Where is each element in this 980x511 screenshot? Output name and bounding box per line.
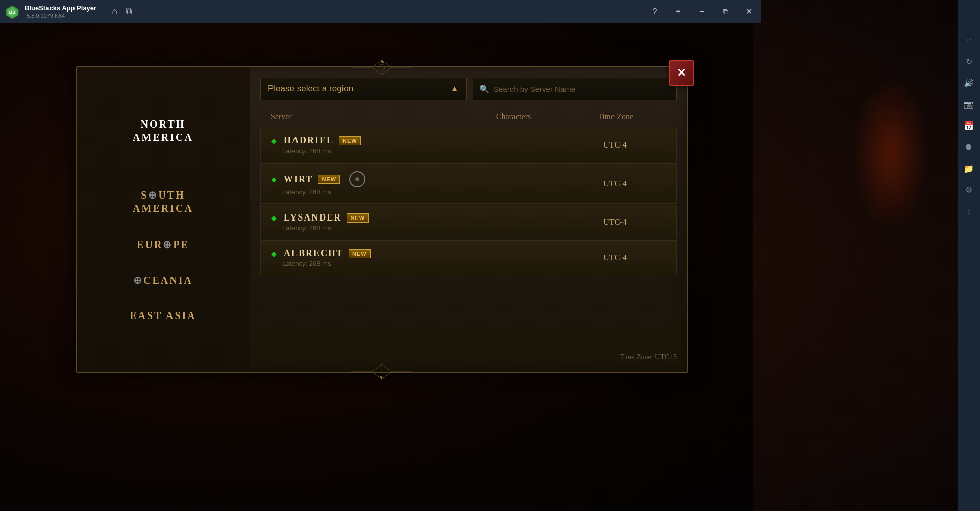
minimize-button[interactable]: − [690, 0, 714, 23]
sidebar-file-icon[interactable]: 📁 [960, 159, 978, 178]
sidebar-rotate-icon[interactable]: ↻ [960, 52, 978, 70]
server-latency: Latency: 268 ms [282, 147, 331, 155]
server-name-row: ◆ LYSANDER NEW [271, 212, 369, 223]
new-badge: NEW [339, 136, 361, 145]
sidebar-resize-icon[interactable]: ↕ [960, 202, 978, 221]
new-badge: NEW [347, 213, 369, 223]
server-name: ALBRECHT [284, 248, 344, 259]
timezone-footer: Time Zone: UTC+5 [260, 349, 677, 361]
search-input[interactable] [494, 85, 670, 93]
server-latency: Latency: 268 ms [282, 224, 331, 232]
app-version: 5.8.0.1079 N64 [27, 13, 96, 19]
window-controls: ? ≡ − ⧉ ✕ [643, 0, 761, 23]
region-dropdown-value: Please select a region [268, 84, 353, 94]
server-name-col: ◆ LYSANDER NEW Latency: 268 ms [271, 212, 462, 232]
titlebar: BS BlueStacks App Player 5.8.0.1079 N64 … [0, 0, 761, 23]
server-row-wirt[interactable]: ◆ WIRT NEW Latency: 268 ms UTC-4 [260, 163, 677, 204]
online-indicator: ◆ [271, 214, 277, 222]
server-name: WIRT [284, 174, 313, 185]
server-name-col: ◆ ALBRECHT NEW Latency: 268 ms [271, 248, 462, 267]
svg-marker-6 [381, 59, 384, 63]
server-row-albrecht[interactable]: ◆ ALBRECHT NEW Latency: 268 ms UTC-4 [260, 240, 677, 275]
target-reticle-icon [349, 171, 365, 187]
sidebar-macro-icon[interactable]: ⏺ [960, 138, 978, 156]
col-header-timezone: Time Zone [565, 112, 667, 121]
multi-instance-icon[interactable]: ⧉ [126, 6, 132, 17]
online-indicator: ◆ [271, 175, 277, 183]
region-oceania[interactable]: ⊕CEANIA [123, 270, 203, 290]
server-name: HADRIEL [284, 135, 334, 146]
sidebar-screenshot-icon[interactable]: 📷 [960, 95, 978, 113]
server-timezone: UTC-4 [564, 140, 666, 150]
new-badge: NEW [349, 249, 371, 258]
online-indicator: ◆ [271, 250, 277, 258]
table-header: Server Characters Time Zone [260, 108, 677, 126]
controls-row: Please select a region ▲ 🔍 [260, 78, 677, 100]
server-select-modal: ✕ NORTHAMERICA S⊕UTHAMERICA EUR⊕PE ⊕CEAN… [76, 66, 688, 373]
modal-main-content: Please select a region ▲ 🔍 Server Charac… [250, 67, 687, 372]
region-dropdown[interactable]: Please select a region ▲ [260, 78, 467, 100]
app-name: BlueStacks App Player [24, 4, 96, 12]
new-badge: NEW [318, 175, 340, 184]
region-europe[interactable]: EUR⊕PE [127, 234, 200, 255]
server-timezone: UTC-4 [564, 179, 666, 188]
server-name-row: ◆ ALBRECHT NEW [271, 248, 371, 259]
server-timezone: UTC-4 [564, 253, 666, 262]
server-name-col: ◆ WIRT NEW Latency: 268 ms [271, 171, 462, 196]
home-icon[interactable]: ⌂ [112, 6, 117, 17]
fire-effect-right [852, 77, 929, 230]
server-name-row: ◆ HADRIEL NEW [271, 135, 361, 146]
divider-1 [112, 166, 214, 166]
help-button[interactable]: ? [643, 0, 667, 23]
server-name-col: ◆ HADRIEL NEW Latency: 268 ms [271, 135, 462, 155]
app-logo: BS [4, 4, 20, 20]
right-sidebar: ↔ ↻ 🔊 📷 📅 ⏺ 📁 ⚙ ↕ [958, 0, 980, 511]
top-divider [112, 95, 214, 95]
server-latency: Latency: 268 ms [282, 188, 331, 196]
sidebar-volume-icon[interactable]: 🔊 [960, 74, 978, 92]
region-east-asia[interactable]: EAST ASIA [119, 306, 207, 326]
server-name-row: ◆ WIRT NEW [271, 171, 365, 187]
svg-marker-9 [379, 376, 383, 380]
server-name: LYSANDER [284, 212, 341, 223]
search-box: 🔍 [473, 78, 677, 100]
bottom-divider [112, 344, 214, 344]
col-header-characters: Characters [462, 112, 565, 121]
region-south-america[interactable]: S⊕UTHAMERICA [122, 184, 204, 219]
search-icon: 🔍 [479, 84, 489, 94]
col-header-server: Server [271, 112, 462, 121]
server-row-hadriel[interactable]: ◆ HADRIEL NEW Latency: 268 ms UTC-4 [260, 128, 677, 162]
dropdown-arrow-icon: ▲ [450, 84, 459, 94]
region-north-america[interactable]: NORTHAMERICA [122, 113, 204, 148]
sidebar-calendar-icon[interactable]: 📅 [960, 116, 978, 135]
titlebar-nav-icons: ⌂ ⧉ [112, 6, 132, 17]
restore-button[interactable]: ⧉ [714, 0, 737, 23]
region-sidebar: NORTHAMERICA S⊕UTHAMERICA EUR⊕PE ⊕CEANIA… [77, 67, 250, 372]
menu-button[interactable]: ≡ [667, 0, 690, 23]
modal-bottom-ornament [351, 362, 412, 381]
server-latency: Latency: 268 ms [282, 260, 331, 267]
svg-text:BS: BS [9, 10, 16, 15]
server-timezone: UTC-4 [564, 217, 666, 227]
server-list: ◆ HADRIEL NEW Latency: 268 ms UTC-4 ◆ WI… [260, 128, 677, 349]
server-row-lysander[interactable]: ◆ LYSANDER NEW Latency: 268 ms UTC-4 [260, 205, 677, 239]
sidebar-expand-icon[interactable]: ↔ [960, 31, 978, 49]
sidebar-settings-icon[interactable]: ⚙ [960, 181, 978, 199]
close-button[interactable]: ✕ [737, 0, 761, 23]
modal-close-button[interactable]: ✕ [669, 60, 694, 86]
online-indicator: ◆ [271, 137, 277, 145]
